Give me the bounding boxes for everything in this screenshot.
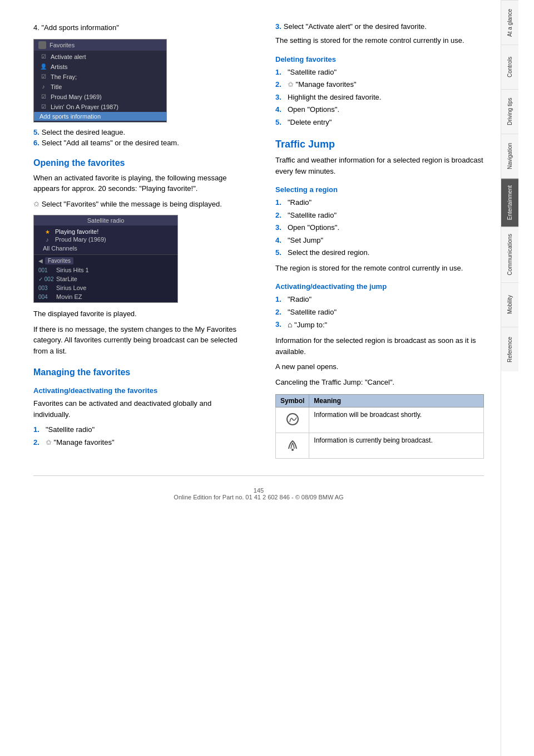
deleting-steps: 1. "Satellite radio" 2. ✩ "Manage favori… <box>275 67 484 128</box>
satellite-title: Satellite radio <box>87 217 125 224</box>
sidebar-tab-reference[interactable]: Reference <box>501 327 518 371</box>
step-5-text: Select the desired league. <box>42 128 125 136</box>
favorites-row: ◀ Favorites <box>34 256 177 266</box>
playing-track: Proud Mary (1969) <box>55 236 106 243</box>
playing-row-2: ♪ Proud Mary (1969) <box>38 235 173 243</box>
right-column: 3. Select "Activate alert" or the desire… <box>270 22 484 459</box>
screenshot-title-bar-1: Favorites <box>34 40 166 51</box>
checkbox-icon-2: ☑ <box>39 73 47 81</box>
favorites-badge: Favorites <box>45 257 73 264</box>
managing-body1: Favorites can be activated and deactivat… <box>33 398 242 420</box>
sat-left-icons: ◀ <box>38 258 43 264</box>
opening-favorites-body1: When an activated favorite is playing, t… <box>33 173 242 194</box>
setting-stored-text: The setting is stored for the remote con… <box>275 35 484 46</box>
channel-row-3: 003 Sirius Love <box>34 283 177 292</box>
symbol-row-1: Information will be broadcast shortly. <box>276 408 484 433</box>
screenshot1-title: Favorites <box>50 42 75 48</box>
playing-label: Playing favorite! <box>55 228 98 235</box>
checkbox-icon-4: ☑ <box>39 103 47 111</box>
select-step-5: 5. Select the desired region. <box>275 247 484 258</box>
page-number: 145 <box>254 487 264 494</box>
activate-step-3: 3. ⌂ "Jump to:" <box>275 319 484 331</box>
traffic-jump-body: Traffic and weather information for a se… <box>275 155 484 176</box>
meaning-1: Information will be broadcast shortly. <box>309 408 484 433</box>
step-6-num: 6. <box>33 139 39 147</box>
opening-favorites-body2: ✩ Select "Favorites" while the message i… <box>33 199 242 210</box>
step-5: 5. Select the desired league. <box>33 128 242 136</box>
sidebar-tab-entertainment[interactable]: Entertainment <box>501 178 518 227</box>
screenshot-satellite: Satellite radio ★ Playing favorite! ♪ Pr… <box>33 215 178 303</box>
broadcast-info-text: Information for the selected region is b… <box>275 335 484 357</box>
activating-steps: 1. "Radio" 2. "Satellite radio" 3. ⌂ "Ju… <box>275 294 484 331</box>
favorites-icon <box>38 41 46 49</box>
managing-steps: 1. "Satellite radio" 2. ✩ "Manage favori… <box>33 424 242 448</box>
person-icon: 👤 <box>39 63 47 71</box>
select-step-1: 1. "Radio" <box>275 197 484 208</box>
opening-favorites-title: Opening the favorites <box>33 158 242 168</box>
new-panel-text: A new panel opens. <box>275 361 484 372</box>
satellite-header: Satellite radio <box>34 215 177 225</box>
music-icon-2: ♪ <box>43 237 52 243</box>
playing-row-1: ★ Playing favorite! <box>38 228 173 235</box>
sidebar-tab-driving-tips[interactable]: Driving tips <box>501 89 518 134</box>
menu-item-thefray: ☑ The Fray; <box>34 72 166 82</box>
symbol-1 <box>276 408 309 433</box>
deleting-favorites-title: Deleting favorites <box>275 55 484 63</box>
channel-list: ◀ Favorites 001 Sirius Hits 1 ✓ 002 Star… <box>34 254 177 302</box>
step-6: 6. Select "Add all teams" or the desired… <box>33 139 242 147</box>
step-3: 3. Select "Activate alert" or the desire… <box>275 22 484 31</box>
region-stored-text: The region is stored for the remote cont… <box>275 263 484 274</box>
checkbox-icon-1: ☑ <box>39 53 47 61</box>
all-channels-row: All Channels <box>38 244 173 252</box>
activate-step-1: 1. "Radio" <box>275 294 484 305</box>
symbol-table: Symbol Meaning Informa <box>275 394 484 459</box>
step-3-text: Select "Activate alert" or the desired f… <box>284 22 427 31</box>
footer-text: Online Edition for Part no. 01 41 2 602 … <box>174 494 343 500</box>
cancel-text: Canceling the Traffic Jump: "Cancel". <box>275 377 484 388</box>
symbol-2 <box>276 433 309 459</box>
menu-item-title: ♪ Title <box>34 82 166 92</box>
delete-step-3: 3. Highlight the desired favorite. <box>275 92 484 103</box>
left-column: 4. "Add sports information" Favorites ☑ … <box>33 22 248 459</box>
menu-item-add-sports: Add sports information <box>34 112 166 121</box>
channel-row-1: 001 Sirius Hits 1 <box>34 266 177 274</box>
sidebar-tab-mobility[interactable]: Mobility <box>501 282 518 327</box>
delete-step-2: 2. ✩ "Manage favorites" <box>275 79 484 90</box>
page-footer: 145 Online Edition for Part no. 01 41 2 … <box>33 475 484 506</box>
all-channels-label: All Channels <box>43 245 77 252</box>
step-4-num: 4. <box>33 23 39 32</box>
activating-jump-title: Activating/deactivating the jump <box>275 282 484 291</box>
favorites-menu: ☑ Activate alert 👤 Artists ☑ The Fray; <box>34 51 166 122</box>
channel-row-4: 004 Movin EZ <box>34 292 177 301</box>
selecting-region-title: Selecting a region <box>275 185 484 194</box>
managing-favorites-title: Managing the favorites <box>33 367 242 377</box>
delete-step-5: 5. "Delete entry" <box>275 117 484 128</box>
svg-point-1 <box>291 449 294 451</box>
favorite-played-text: The displayed favorite is played. <box>33 308 242 320</box>
music-icon-1: ♪ <box>39 83 47 91</box>
menu-item-proud-mary: ☑ Proud Mary (1969) <box>34 92 166 102</box>
sidebar-tab-communications[interactable]: Communications <box>501 227 518 282</box>
no-message-text: If there is no message, the system chang… <box>33 324 242 357</box>
select-step-2: 2. "Satellite radio" <box>275 210 484 221</box>
star-icon-1: ✩ <box>33 199 39 210</box>
select-step-4: 4. "Set Jump" <box>275 235 484 246</box>
right-sidebar: At a glance Controls Driving tips Naviga… <box>501 0 518 756</box>
sidebar-tab-navigation[interactable]: Navigation <box>501 134 518 178</box>
menu-item-livin: ☑ Livin' On A Prayer (1987) <box>34 102 166 112</box>
jump-icon: ⌂ <box>288 320 292 329</box>
step-3-num: 3. <box>275 22 281 31</box>
delete-step-1: 1. "Satellite radio" <box>275 67 484 78</box>
activating-deactivating-title: Activating/deactivating the favorites <box>33 386 242 395</box>
sidebar-tab-controls[interactable]: Controls <box>501 45 518 89</box>
delete-step-4: 4. Open "Options". <box>275 104 484 115</box>
selecting-steps: 1. "Radio" 2. "Satellite radio" 3. Open … <box>275 197 484 258</box>
star-icon-3: ✩ <box>288 79 294 90</box>
star-icon-2: ✩ <box>46 437 52 448</box>
symbol-row-2: Information is currently being broadcast… <box>276 433 484 459</box>
broadcast-now-icon <box>284 436 301 453</box>
star-playing-icon: ★ <box>43 229 52 235</box>
checkbox-icon-3: ☑ <box>39 93 47 101</box>
sidebar-tab-at-a-glance[interactable]: At a glance <box>501 0 518 45</box>
now-playing-section: ★ Playing favorite! ♪ Proud Mary (1969) … <box>34 225 177 254</box>
